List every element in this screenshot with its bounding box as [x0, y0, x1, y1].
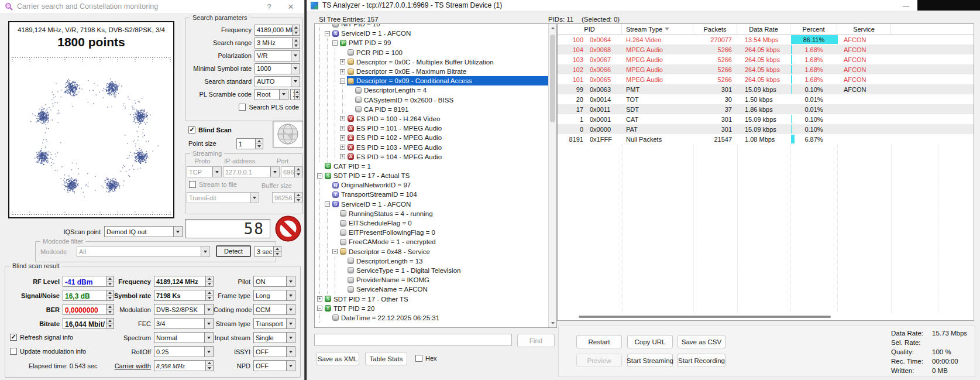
spectrum-combo[interactable]: Normal	[154, 332, 214, 343]
spin-arrows[interactable]	[205, 290, 213, 300]
collapse-icon[interactable]: −	[332, 249, 338, 254]
search-standard-combo[interactable]: AUTO	[255, 76, 300, 87]
coding-mode-combo[interactable]: CCM	[253, 304, 295, 315]
combo-arrow[interactable]	[212, 167, 221, 177]
tree-item[interactable]: −SServiceID = 1 - AFCON	[315, 200, 548, 209]
tree-item[interactable]: CCAT PID = 1	[315, 162, 548, 171]
spin-down-icon[interactable]	[295, 95, 300, 100]
tree-item-body[interactable]: EITScheduleFlag = 0	[339, 218, 548, 228]
tree-item-body[interactable]: Descriptor = 0x09 - Conditional Access	[347, 76, 548, 85]
iqscan-combo[interactable]: Demod IQ out	[104, 226, 183, 237]
spin-arrows[interactable]	[294, 90, 300, 100]
spin-arrows[interactable]	[292, 38, 300, 48]
tree-item-body[interactable]: SServiceID = 1 - AFCON	[332, 200, 548, 209]
minimal-symbol-rate-combo[interactable]: 1000	[255, 63, 300, 74]
tree-item-body[interactable]: AES PID = 104 - MPEG Audio	[347, 152, 548, 162]
tree-item[interactable]: +Descriptor = 0x0C - Multiplex Buffer Ut…	[315, 57, 548, 67]
spin-up-icon[interactable]	[295, 90, 300, 95]
tree-item-body[interactable]: NOriginalNetworkID = 97	[332, 180, 548, 190]
combo-arrow[interactable]	[204, 333, 213, 343]
pid-table-header[interactable]: PIDStream TypePacketsData RatePercentSer…	[558, 24, 974, 35]
tree-item[interactable]: NIT PID = 10	[315, 23, 548, 29]
tree-item-body[interactable]: TTDT PID = 20	[324, 304, 548, 313]
collapse-icon[interactable]: −	[325, 31, 330, 36]
column-header-packets[interactable]: Packets	[693, 24, 737, 34]
carrier-width-spin[interactable]: 8,998 MHz	[154, 360, 214, 371]
minimize-button[interactable]: —	[893, 0, 919, 11]
port-spin[interactable]: 6969	[281, 166, 302, 177]
tree-item-body[interactable]: ServiceType = 1 - Digital Television	[347, 266, 548, 275]
tree-item[interactable]: +AES PID = 104 - MPEG Audio	[315, 152, 548, 162]
tree-item-body[interactable]: SSDT PID = 17 - Actual TS	[324, 171, 548, 180]
table-row[interactable]: 200x0014TOT301.50 kbps0.01%	[558, 94, 974, 104]
collapse-icon[interactable]: −	[340, 78, 345, 84]
detect-interval-spin[interactable]: 3 sec	[255, 246, 281, 257]
writer-combo[interactable]: TransEdit	[187, 192, 259, 203]
preview-button[interactable]: Preview	[576, 354, 622, 367]
tree-item[interactable]: +VES PID = 100 - H.264 Video	[315, 114, 548, 124]
table-row[interactable]: 990x0063PMT30115.09 kbps0.10%AFCON	[558, 84, 974, 94]
expand-icon[interactable]: +	[340, 116, 345, 121]
tree-item[interactable]: CA PID = 8191	[315, 105, 548, 114]
tree-item[interactable]: DescriptorLength = 4	[315, 85, 548, 95]
combo-arrow[interactable]	[286, 276, 295, 286]
stop-icon[interactable]	[275, 215, 301, 242]
spin-down-icon[interactable]	[293, 30, 300, 35]
tree-item[interactable]: +SSDT PID = 17 - Other TS	[315, 294, 548, 303]
tree-item[interactable]: EITScheduleFlag = 0	[315, 218, 548, 228]
scrollbar-thumb[interactable]	[579, 316, 831, 318]
spin-arrows[interactable]	[294, 193, 302, 203]
column-header-pid[interactable]: PID	[558, 24, 622, 34]
table-horizontal-scrollbar[interactable]	[562, 315, 969, 319]
tree-scrollbar[interactable]	[548, 24, 556, 327]
spin-down-icon[interactable]	[206, 282, 213, 286]
collapse-icon[interactable]: −	[332, 40, 338, 46]
spin-down-icon[interactable]	[295, 172, 302, 177]
tree-item[interactable]: −SSDT PID = 17 - Actual TS	[315, 171, 548, 180]
tree-item-body[interactable]: AES PID = 102 - MPEG Audio	[347, 133, 548, 142]
tree-item[interactable]: +Descriptor = 0x0E - Maximum Bitrate	[315, 67, 548, 76]
tree-item-body[interactable]: RunningStatus = 4 - running	[339, 209, 548, 218]
spin-down-icon[interactable]	[206, 366, 213, 371]
table-row[interactable]: 00x0000PAT30115.09 kbps0.10%	[558, 124, 974, 134]
tree-item-body[interactable]: PPMT PID = 99	[339, 38, 548, 47]
polarization-combo[interactable]: V/R	[255, 50, 300, 61]
tree-item-body[interactable]: CCAT PID = 1	[324, 162, 548, 171]
pl-scramble-code-combo[interactable]: Root	[255, 89, 288, 100]
tree-item[interactable]: PCR PID = 100	[315, 48, 548, 57]
detect-button[interactable]: Detect	[216, 245, 251, 257]
ip-address-combo[interactable]: 127.0.0.1	[223, 166, 280, 177]
tree-item[interactable]: RunningStatus = 4 - running	[315, 209, 548, 218]
input-stream-combo[interactable]: Single	[253, 332, 295, 343]
search-pls-checkbox[interactable]	[239, 104, 246, 111]
spin-arrows[interactable]	[273, 247, 281, 256]
column-header-stream-type[interactable]: Stream Type	[622, 24, 693, 34]
combo-arrow[interactable]	[270, 167, 279, 177]
tree-item-body[interactable]: SServiceID = 1 - AFCON	[332, 29, 548, 38]
tree-item[interactable]: FreeCAMode = 1 - encrypted	[315, 237, 548, 247]
tree-item-body[interactable]: AES PID = 103 - MPEG Audio	[347, 142, 548, 152]
close-button[interactable]: ✕	[282, 2, 300, 11]
tree-item-body[interactable]: CASystemID = 0x2600 - BISS	[355, 95, 548, 105]
tree-item-body[interactable]: SSDT PID = 17 - Other TS	[324, 294, 548, 303]
spin-up-icon[interactable]	[293, 25, 300, 30]
tree-item-body[interactable]: EITPresentFollowingFlag = 0	[339, 228, 548, 237]
start-recording-button[interactable]: Start Recording	[678, 354, 725, 367]
tree-item-body[interactable]: Descriptor = 0x48 - Service	[339, 247, 548, 256]
modulation-combo[interactable]: DVB-S2/8PSK	[154, 304, 214, 315]
frame-type-combo[interactable]: Long	[253, 290, 295, 301]
refresh-signal-checkbox[interactable]	[10, 334, 17, 341]
tree-item[interactable]: CASystemID = 0x2600 - BISS	[315, 95, 548, 105]
expand-icon[interactable]: +	[340, 154, 345, 159]
combo-arrow[interactable]	[291, 64, 300, 74]
spin-down-icon[interactable]	[295, 198, 302, 203]
tree-item[interactable]: +AES PID = 103 - MPEG Audio	[315, 142, 548, 152]
tree-item-body[interactable]: NIT PID = 10	[332, 23, 548, 29]
spin-arrows[interactable]	[205, 276, 213, 286]
spin-up-icon[interactable]	[206, 361, 213, 366]
spin-up-icon[interactable]	[206, 290, 213, 296]
globe-image[interactable]	[273, 121, 303, 148]
tree-item-body[interactable]: FreeCAMode = 1 - encrypted	[339, 237, 548, 247]
npd-combo[interactable]: OFF	[253, 360, 295, 371]
expand-icon[interactable]: +	[340, 69, 345, 74]
